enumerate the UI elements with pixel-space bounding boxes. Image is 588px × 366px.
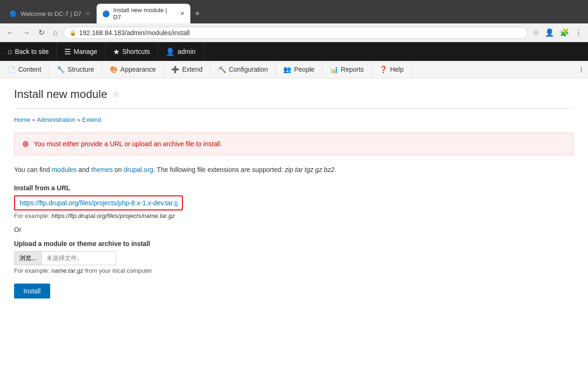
breadcrumb-home[interactable]: Home [14,116,30,123]
error-text: You must either provide a URL or upload … [34,140,222,148]
appearance-icon: 🎨 [110,66,118,73]
tab-1[interactable]: 🔵 Welcome to DC-7 | D7 ✕ [4,7,96,20]
error-message-box: ⊗ You must either provide a URL or uploa… [14,133,574,155]
url-example-text: For example: https://ftp.drupal.org/file… [14,212,574,219]
upload-label: Upload a module or theme archive to inst… [14,240,574,247]
reports-label: Reports [341,66,364,73]
home-icon: ⌂ [8,47,12,56]
file-name-display: 未选择文件。 [41,251,116,265]
user-icon: 👤 [166,47,175,56]
menu-button[interactable]: ⋮ [573,26,584,39]
modules-link[interactable]: modules [52,166,76,173]
install-url-label: Install from a URL [14,184,574,192]
browser-toolbar: ← → ↻ ⌂ 🔒 ☆ 👤 🧩 ⋮ [0,23,588,42]
configuration-label: Configuration [229,66,268,73]
themes-link[interactable]: themes [91,166,113,173]
upload-example-prefix: For example: [14,267,51,274]
nav-people[interactable]: 👥 People [276,61,323,78]
admin-user-link[interactable]: 👤 admin [158,42,204,61]
page-content: Install new module ☆ Home » Administrati… [0,78,588,308]
manage-label: Manage [74,48,98,55]
example-prefix: For example: [14,212,51,219]
browse-button[interactable]: 浏览... [14,251,41,265]
profile-button[interactable]: 👤 [543,26,556,39]
content-icon: 📄 [8,66,15,73]
appearance-label: Appearance [121,66,156,73]
nav-configuration[interactable]: 🔨 Configuration [211,61,276,78]
tab2-close[interactable]: ✕ [180,10,185,17]
favorite-icon[interactable]: ☆ [112,89,120,99]
nav-help[interactable]: ❓ Help [372,61,412,78]
or-divider: Or [14,226,574,233]
url-input[interactable] [14,195,183,210]
home-button[interactable]: ⌂ [50,27,60,39]
extend-label: Extend [182,66,203,73]
breadcrumb: Home » Administration » Extend [14,116,574,123]
breadcrumb-extend[interactable]: Extend [82,116,101,123]
desc-before-modules: You can find [14,166,52,173]
upload-example-suffix: from your local computer [83,267,152,274]
shortcuts-label: Shortcuts [122,48,150,55]
structure-icon: 🔧 [57,66,65,73]
tab2-title: Install new module | D7 [113,7,176,21]
page-title: Install new module [14,88,107,101]
error-icon: ⊗ [22,139,29,149]
nav-extend[interactable]: ➕ Extend [164,61,211,78]
refresh-button[interactable]: ↻ [36,26,47,39]
tab1-favicon: 🔵 [9,10,17,17]
reports-icon: 📊 [330,66,338,73]
structure-label: Structure [68,66,94,73]
nav-collapse-button[interactable]: ⟩ [574,61,588,78]
people-label: People [294,66,315,73]
extensions-button[interactable]: 🧩 [558,26,571,39]
install-button[interactable]: Install [14,284,50,299]
example-value: https://ftp.drupal.org/files/projects/na… [51,212,174,219]
extend-icon: ➕ [171,66,179,73]
upload-section: Upload a module or theme archive to inst… [14,240,574,274]
address-bar[interactable]: 🔒 [63,27,528,39]
nav-reports[interactable]: 📊 Reports [323,61,372,78]
content-label: Content [18,66,41,73]
extensions-text: zip tar tgz gz bz2 [285,166,335,173]
breadcrumb-sep2: » [77,116,82,123]
drupal-admin-bar: ⌂ Back to site ☰ Manage ★ Shortcuts 👤 ad… [0,42,588,61]
tab-2[interactable]: 🔵 Install new module | D7 ✕ [97,4,190,23]
star-icon: ★ [113,47,120,56]
nav-structure[interactable]: 🔧 Structure [49,61,102,78]
upload-example-text: For example: name.tar.gz from your local… [14,267,574,274]
back-button[interactable]: ← [4,27,17,39]
breadcrumb-administration[interactable]: Administration [37,116,75,123]
back-to-site-label: Back to site [15,48,49,55]
drupal-org-link[interactable]: drupal.org [124,166,153,173]
tab1-close[interactable]: ✕ [85,10,90,17]
people-icon: 👥 [283,66,291,73]
drupal-nav-menu: 📄 Content 🔧 Structure 🎨 Appearance ➕ Ext… [0,61,588,78]
nav-content[interactable]: 📄 Content [0,61,49,78]
lock-icon: 🔒 [69,30,76,36]
configuration-icon: 🔨 [218,66,226,73]
tab-bar: 🔵 Welcome to DC-7 | D7 ✕ 🔵 Install new m… [0,0,588,23]
new-tab-button[interactable]: + [191,7,204,21]
help-label: Help [390,66,404,73]
manage-link[interactable]: ☰ Manage [57,42,106,61]
nav-appearance[interactable]: 🎨 Appearance [102,61,164,78]
description-text: You can find modules and themes on drupa… [14,164,574,175]
manage-icon: ☰ [64,47,71,56]
tab2-favicon: 🔵 [102,10,110,17]
install-url-section: Install from a URL For example: https://… [14,184,574,219]
admin-label: admin [178,48,196,55]
help-icon: ❓ [379,66,387,73]
shortcuts-link[interactable]: ★ Shortcuts [106,42,158,61]
upload-example-value: name.tar.gz [51,267,83,274]
back-to-site-link[interactable]: ⌂ Back to site [0,42,57,61]
forward-button[interactable]: → [20,27,33,39]
desc-before-drupal: on [113,166,123,173]
address-input[interactable] [79,29,522,37]
toolbar-actions: ☆ 👤 🧩 ⋮ [531,26,584,39]
breadcrumb-sep1: » [32,116,37,123]
bookmark-button[interactable]: ☆ [531,26,541,39]
page-title-row: Install new module ☆ [14,88,574,109]
desc-after: . The following file extensions are supp… [153,166,285,173]
file-input-row: 浏览... 未选择文件。 [14,251,574,265]
tab1-title: Welcome to DC-7 | D7 [21,10,82,17]
